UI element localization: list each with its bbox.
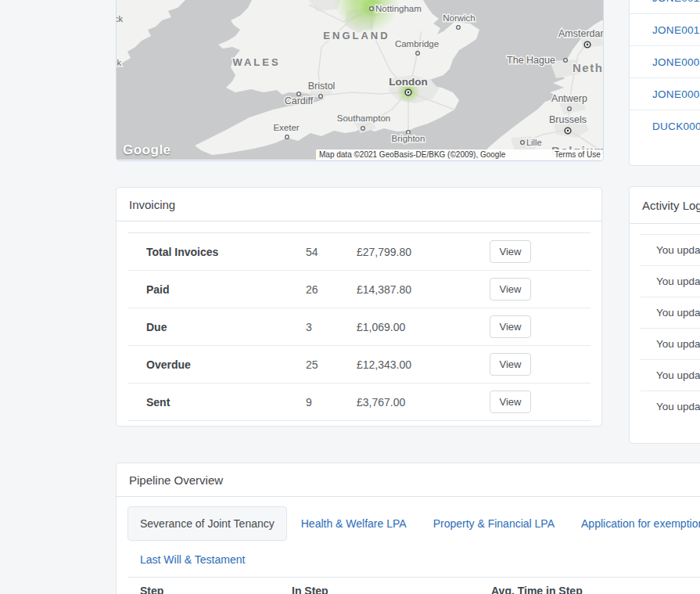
pipeline-tabs: Severance of Joint Tenancy Health & Welf… (117, 497, 700, 577)
invoicing-row-amount: £27,799.80 (357, 246, 490, 258)
map-city-london: London (389, 76, 427, 88)
case-link[interactable]: JONE0009 (652, 56, 700, 68)
invoicing-row-count: 3 (306, 321, 357, 333)
map-city-exeter: Exeter (273, 123, 299, 132)
map-city-amsterdam: Amsterdam (558, 28, 603, 39)
invoicing-card: Invoicing Total Invoices 54 £27,799.80 V… (116, 187, 602, 427)
google-logo[interactable]: Google (123, 142, 171, 157)
map-edge-label-k: k (117, 58, 122, 67)
invoicing-row-amount: £3,767.00 (357, 396, 490, 409)
activity-entry: You updated (641, 391, 700, 422)
case-row[interactable]: JONE0011 (630, 0, 700, 13)
pipeline-header: Pipeline Overview (117, 463, 700, 497)
map-city-cambridge: Cambridge (395, 39, 439, 49)
pipeline-overview-card: Pipeline Overview Severance of Joint Ten… (116, 463, 700, 594)
map-city-cardiff: Cardiff (285, 95, 314, 106)
map-city-brighton: Brighton (392, 134, 425, 143)
map-region-netherlands: Netherlands (573, 61, 603, 74)
map-card: ENGLAND WALES Netherlands Belgium ck k N… (116, 0, 604, 161)
map-attribution-text: Map data ©2021 GeoBasis-DE/BKG (©2009), … (319, 150, 506, 159)
case-row[interactable]: JONE0009 (630, 45, 700, 77)
invoicing-row-due: Due 3 £1,069.00 View (127, 308, 591, 346)
activity-log-card: Activity Log You updated You updated You… (629, 186, 700, 444)
invoicing-row-label: Overdue (127, 358, 306, 371)
invoicing-row-sent: Sent 9 £3,767.00 View (127, 383, 591, 421)
activity-log-list: You updated You updated You updated You … (641, 234, 700, 422)
map-city-antwerp: Antwerp (551, 93, 587, 104)
column-step: Step (127, 585, 279, 594)
activity-log-header: Activity Log (630, 187, 700, 224)
pipeline-title: Pipeline Overview (129, 473, 223, 487)
view-button[interactable]: View (490, 315, 531, 338)
tab-application-for-exemption[interactable]: Application for exemption (569, 506, 700, 541)
invoicing-row-amount: £14,387.80 (357, 283, 490, 296)
map-city-norwich: Norwich (443, 13, 476, 23)
map-city-bristol: Bristol (308, 81, 336, 92)
case-row[interactable]: JONE0008 (630, 77, 700, 110)
view-button[interactable]: View (490, 278, 531, 301)
invoicing-row-label: Due (127, 321, 306, 333)
activity-entry: You updated (641, 329, 700, 360)
invoicing-row-count: 9 (306, 396, 357, 409)
case-link[interactable]: JONE0011 (652, 0, 700, 4)
invoicing-row-count: 54 (306, 246, 357, 258)
map-city-the-hague: The Hague (507, 55, 555, 66)
view-button[interactable]: View (490, 391, 531, 413)
case-row[interactable]: JONE0010 (630, 13, 700, 45)
map-city-brussels: Brussels (549, 114, 587, 125)
invoicing-row-amount: £12,343.00 (357, 358, 490, 371)
case-row[interactable]: DUCK0001 (630, 110, 700, 142)
view-button[interactable]: View (490, 240, 531, 263)
activity-entry: You updated (641, 235, 700, 266)
activity-entry: You updated (641, 297, 700, 329)
column-avg-time-in-step: Avg. Time in Step (479, 585, 583, 594)
invoicing-row-count: 26 (306, 283, 357, 296)
map-city-nottingham: Nottingham (375, 4, 422, 13)
invoicing-row-paid: Paid 26 £14,387.80 View (127, 271, 591, 308)
activity-entry: You updated (641, 266, 700, 297)
column-in-step: In Step (279, 585, 479, 594)
invoicing-row-label: Paid (127, 283, 306, 296)
activity-entry: You updated (641, 360, 700, 391)
invoicing-row-overdue: Overdue 25 £12,343.00 View (127, 346, 591, 383)
map-canvas[interactable]: ENGLAND WALES Netherlands Belgium ck k N… (117, 0, 603, 160)
tab-health-welfare-lpa[interactable]: Health & Welfare LPA (289, 506, 419, 541)
map-region-england: ENGLAND (323, 30, 389, 41)
invoicing-title: Invoicing (129, 198, 175, 211)
invoicing-row-label: Total Invoices (127, 246, 306, 258)
map-city-lille: Lille (526, 138, 542, 147)
activity-log-title: Activity Log (642, 199, 700, 212)
invoicing-table: Total Invoices 54 £27,799.80 View Paid 2… (127, 232, 591, 421)
map-edge-label-ck: ck (117, 14, 124, 23)
case-link[interactable]: JONE0010 (652, 24, 700, 36)
tab-property-financial-lpa[interactable]: Property & Financial LPA (421, 506, 567, 541)
case-link[interactable]: JONE0008 (652, 88, 700, 100)
invoicing-row-label: Sent (127, 396, 306, 409)
invoicing-row-count: 25 (306, 358, 357, 371)
tab-severance-of-joint-tenancy[interactable]: Severance of Joint Tenancy (127, 506, 287, 541)
map-region-wales: WALES (232, 56, 280, 68)
pipeline-table-header: Step In Step Avg. Time in Step (127, 577, 700, 594)
tab-last-will-testament[interactable]: Last Will & Testament (127, 542, 257, 577)
case-link[interactable]: DUCK0001 (652, 121, 700, 132)
terms-of-use-link[interactable]: Terms of Use (555, 150, 601, 159)
invoicing-header: Invoicing (117, 188, 601, 221)
invoicing-row-total: Total Invoices 54 £27,799.80 View (127, 233, 591, 271)
map-attribution-bar: Map data ©2021 GeoBasis-DE/BKG (©2009), … (316, 149, 603, 160)
view-button[interactable]: View (490, 353, 531, 376)
case-list-card: JONE0011 JONE0010 JONE0009 JONE0008 DUCK… (629, 0, 700, 166)
invoicing-row-amount: £1,069.00 (357, 321, 490, 333)
map-city-southampton: Southampton (337, 113, 390, 123)
